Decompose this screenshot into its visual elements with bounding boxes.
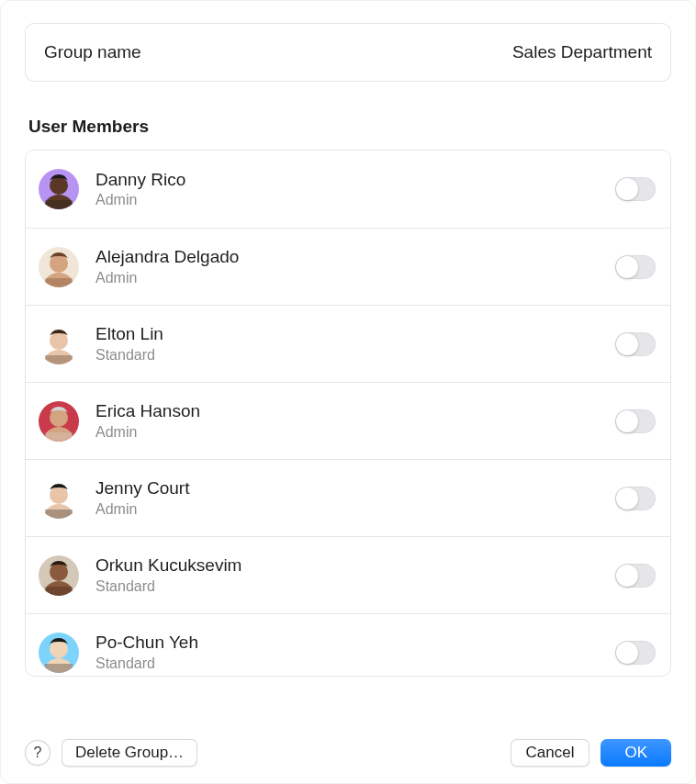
member-role: Standard: [95, 655, 615, 673]
member-name: Erica Hanson: [95, 400, 615, 422]
help-button[interactable]: ?: [25, 740, 51, 766]
member-role: Admin: [95, 269, 615, 287]
member-role: Admin: [95, 191, 615, 209]
ok-label: OK: [624, 744, 647, 762]
svg-rect-19: [45, 510, 73, 519]
svg-rect-3: [45, 200, 73, 209]
member-toggle[interactable]: [615, 564, 656, 588]
svg-point-21: [50, 563, 68, 581]
members-list: Danny Rico Admin Alejandra Delgado Admin: [25, 150, 671, 677]
member-toggle[interactable]: [615, 255, 656, 279]
list-item[interactable]: Danny Rico Admin: [26, 151, 670, 228]
avatar: [39, 324, 79, 364]
member-info: Orkun Kucuksevim Standard: [95, 554, 615, 596]
list-item[interactable]: Po-Chun Yeh Standard: [26, 613, 670, 677]
toggle-knob: [616, 487, 638, 510]
svg-point-5: [50, 254, 68, 273]
group-name-value: Sales Department: [512, 42, 652, 62]
list-item[interactable]: Erica Hanson Admin: [26, 382, 670, 459]
member-name: Po-Chun Yeh: [95, 632, 615, 654]
svg-point-1: [50, 176, 68, 195]
member-info: Jenny Court Admin: [95, 477, 615, 519]
avatar: [39, 169, 79, 209]
avatar: [39, 247, 79, 287]
avatar-icon: [39, 555, 79, 596]
member-info: Alejandra Delgado Admin: [95, 246, 615, 287]
avatar: [39, 478, 79, 519]
toggle-knob: [616, 178, 638, 200]
group-name-field[interactable]: Group name Sales Department: [25, 23, 671, 82]
avatar-icon: [39, 478, 79, 519]
list-item[interactable]: Orkun Kucuksevim Standard: [26, 536, 670, 613]
member-toggle[interactable]: [615, 487, 656, 510]
svg-rect-27: [45, 664, 73, 673]
svg-point-25: [50, 640, 68, 658]
dialog-content: Group name Sales Department User Members…: [1, 1, 695, 677]
svg-rect-7: [45, 278, 73, 287]
list-item[interactable]: Alejandra Delgado Admin: [26, 228, 670, 305]
avatar: [39, 401, 79, 442]
avatar-icon: [39, 247, 79, 287]
list-item[interactable]: Elton Lin Standard: [26, 305, 670, 382]
section-title: User Members: [25, 117, 671, 137]
ok-button[interactable]: OK: [601, 739, 671, 767]
member-info: Danny Rico Admin: [95, 169, 615, 210]
help-icon: ?: [34, 745, 42, 761]
toggle-knob: [616, 333, 638, 355]
member-info: Erica Hanson Admin: [95, 400, 615, 442]
member-toggle[interactable]: [615, 332, 656, 356]
avatar-icon: [39, 401, 79, 442]
member-info: Po-Chun Yeh Standard: [95, 632, 615, 673]
member-role: Admin: [95, 500, 615, 519]
member-role: Standard: [95, 346, 615, 364]
svg-point-17: [50, 486, 68, 504]
member-role: Standard: [95, 577, 615, 596]
cancel-button[interactable]: Cancel: [511, 739, 590, 767]
member-toggle[interactable]: [615, 409, 656, 433]
member-toggle[interactable]: [615, 641, 656, 665]
member-name: Alejandra Delgado: [95, 246, 615, 268]
delete-group-label: Delete Group…: [75, 744, 184, 762]
member-info: Elton Lin Standard: [95, 323, 615, 364]
svg-rect-23: [45, 587, 73, 596]
toggle-knob: [616, 642, 638, 664]
member-name: Jenny Court: [95, 477, 615, 499]
svg-rect-11: [45, 355, 73, 364]
avatar-icon: [39, 169, 79, 209]
member-name: Orkun Kucuksevim: [95, 554, 615, 577]
avatar-icon: [39, 324, 79, 364]
list-item[interactable]: Jenny Court Admin: [26, 459, 670, 536]
cancel-label: Cancel: [526, 744, 575, 762]
group-name-label: Group name: [44, 42, 141, 62]
avatar-icon: [39, 633, 79, 673]
member-role: Admin: [95, 423, 615, 442]
svg-rect-15: [45, 432, 73, 442]
avatar: [39, 633, 79, 673]
svg-point-13: [50, 409, 68, 427]
toggle-knob: [616, 410, 638, 432]
dialog-window: Group name Sales Department User Members…: [0, 0, 696, 784]
member-name: Elton Lin: [95, 323, 615, 345]
delete-group-button[interactable]: Delete Group…: [62, 739, 197, 767]
toggle-knob: [616, 256, 638, 278]
avatar: [39, 555, 79, 596]
member-name: Danny Rico: [95, 169, 615, 191]
svg-point-9: [50, 331, 68, 350]
member-toggle[interactable]: [615, 177, 656, 201]
toggle-knob: [616, 565, 638, 587]
dialog-footer: ? Delete Group… Cancel OK: [25, 739, 671, 767]
